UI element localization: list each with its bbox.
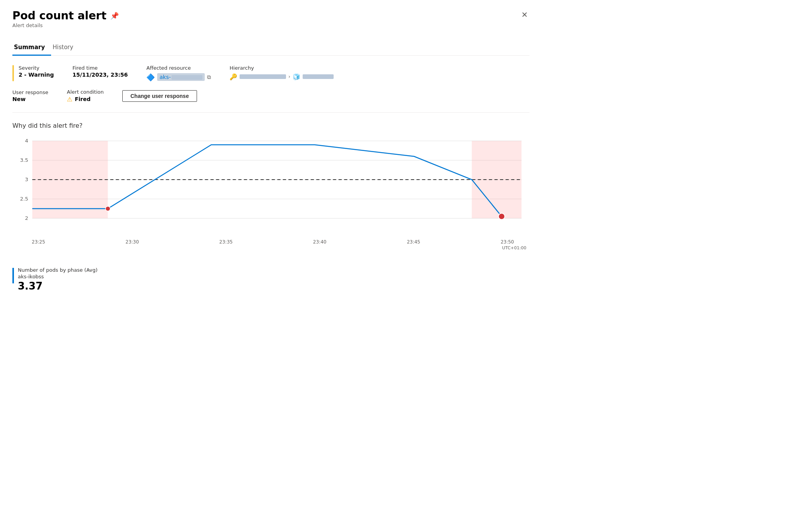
resource-name[interactable]: aks- [157, 73, 205, 81]
svg-text:4: 4 [25, 138, 29, 144]
svg-text:2.5: 2.5 [20, 196, 28, 202]
affected-resource-block: Affected resource 🔷 aks- ⧉ [146, 65, 211, 81]
tab-summary[interactable]: Summary [12, 41, 51, 56]
legend-color-bar [12, 268, 14, 283]
cube-icon: 🧊 [293, 73, 300, 81]
page-title: Pod count alert [12, 9, 106, 22]
warning-icon: ⚠️ [67, 96, 72, 103]
user-response-block: User response New [12, 89, 48, 102]
summary-grid: Severity 2 - Warning Fired time 15/11/20… [12, 65, 529, 81]
chart-point-start [105, 206, 110, 211]
alert-condition-value: Fired [75, 96, 91, 102]
chart-area: 4 3.5 3 2.5 2 [12, 137, 529, 238]
legend-value: 3.37 [18, 280, 98, 292]
affected-resource-label: Affected resource [146, 65, 211, 71]
severity-label: Severity [19, 65, 54, 71]
x-label-1: 23:25 [32, 239, 45, 245]
severity-info: Severity 2 - Warning [19, 65, 54, 81]
resource-row: 🔷 aks- ⧉ [146, 73, 211, 81]
hierarchy-row: 🔑 › 🧊 [230, 73, 334, 81]
chevron-icon: › [288, 74, 290, 79]
page-subtitle: Alert details [12, 22, 119, 28]
close-button[interactable]: ✕ [520, 9, 529, 20]
fired-time-block: Fired time 15/11/2023, 23:56 [72, 65, 128, 81]
utc-label: UTC+01:00 [12, 245, 529, 250]
x-axis-labels: 23:25 23:30 23:35 23:40 23:45 23:50 [12, 238, 529, 245]
chart-section-title: Why did this alert fire? [12, 122, 529, 129]
severity-value: 2 - Warning [19, 72, 54, 78]
chart-point-end [499, 213, 505, 219]
legend-text: Number of pods by phase (Avg) aks-ikobss… [18, 267, 98, 292]
tab-history[interactable]: History [51, 41, 79, 56]
fired-row: ⚠️ Fired [67, 96, 104, 103]
svg-text:2: 2 [25, 215, 29, 221]
hierarchy-label: Hierarchy [230, 65, 334, 71]
chart-legend: Number of pods by phase (Avg) aks-ikobss… [12, 267, 529, 292]
user-response-value: New [12, 96, 48, 102]
legend-series: Number of pods by phase (Avg) [18, 267, 98, 273]
alert-condition-label: Alert condition [67, 89, 104, 95]
x-label-4: 23:40 [313, 239, 327, 245]
aks-icon: 🔷 [146, 73, 155, 81]
fired-time-label: Fired time [72, 65, 128, 71]
svg-text:3.5: 3.5 [20, 157, 28, 163]
x-label-6: 23:50 [500, 239, 514, 245]
pin-icon[interactable]: 📌 [110, 12, 119, 20]
alert-condition-block: Alert condition ⚠️ Fired [67, 89, 104, 103]
x-label-2: 23:30 [125, 239, 139, 245]
tab-bar: Summary History [12, 41, 529, 56]
change-user-response-button[interactable]: Change user response [122, 90, 197, 102]
fired-time-value: 15/11/2023, 23:56 [72, 72, 128, 78]
user-response-label: User response [12, 89, 48, 95]
svg-text:3: 3 [25, 177, 29, 182]
chart-container: 4 3.5 3 2.5 2 23:25 23:30 23:35 23:40 23… [12, 137, 529, 261]
chart-svg: 4 3.5 3 2.5 2 [12, 137, 529, 238]
second-row: User response New Alert condition ⚠️ Fir… [12, 89, 529, 103]
legend-resource: aks-ikobss [18, 274, 98, 279]
section-divider [12, 112, 529, 113]
hierarchy-block: Hierarchy 🔑 › 🧊 [230, 65, 334, 81]
x-label-3: 23:35 [219, 239, 233, 245]
severity-block: Severity 2 - Warning [12, 65, 54, 81]
x-label-5: 23:45 [407, 239, 420, 245]
copy-icon[interactable]: ⧉ [207, 74, 211, 81]
key-icon: 🔑 [230, 73, 237, 81]
page-header: Pod count alert 📌 Alert details ✕ [12, 9, 529, 38]
severity-bar [12, 65, 14, 81]
